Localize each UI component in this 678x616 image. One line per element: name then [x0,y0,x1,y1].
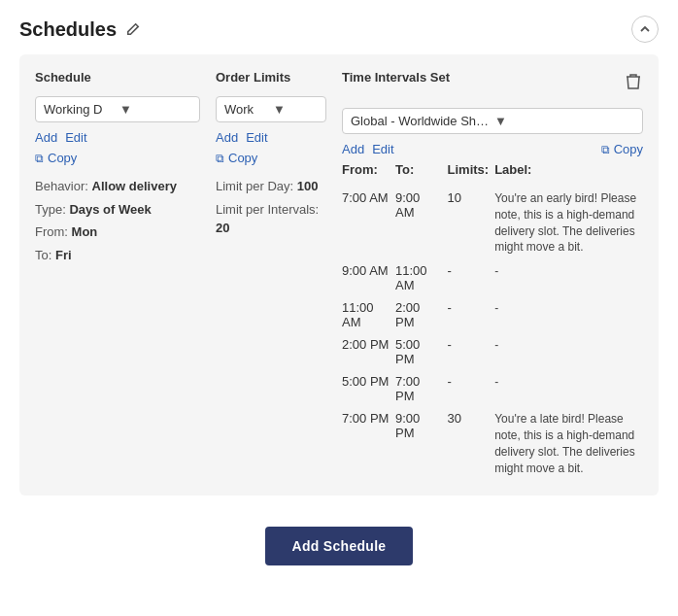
time-intervals-table: From: To: Limits: Label: 7:00 AM9:00 AM1… [342,160,643,480]
schedule-copy-label: Copy [48,151,77,165]
table-row: 7:00 PM9:00 PM30You're a late bird! Plea… [342,407,643,480]
collapse-button[interactable] [631,16,659,43]
schedule-to-value: Fri [55,248,72,262]
schedule-dropdown-arrow-icon: ▼ [119,102,191,117]
cell-limits: - [448,259,495,296]
schedule-copy-button[interactable]: ⧉ Copy [35,151,77,165]
schedule-from-label: From: [35,224,72,239]
order-limits-column: Order Limits Work ▼ Add Edit ⧉ Copy Limi… [200,70,326,480]
limit-per-day-value: 100 [297,179,319,193]
schedule-dropdown-value: Working D [44,102,116,117]
cell-from: 7:00 AM [342,185,395,259]
cell-to: 7:00 PM [395,370,448,407]
schedule-dropdown[interactable]: Working D ▼ [35,96,200,122]
col-header-to: To: [395,160,448,185]
time-intervals-dropdown-value: Global - Worldwide Shipping [351,114,491,128]
limit-per-intervals-value: 20 [216,221,229,235]
col-header-label: Label: [494,160,643,185]
schedule-actions: Add Edit [35,130,200,145]
order-limits-dropdown[interactable]: Work ▼ [216,96,326,122]
cell-to: 9:00 PM [395,407,448,480]
cell-to: 2:00 PM [395,296,448,333]
schedule-type-value: Days of Week [69,202,151,217]
table-row: 11:00 AM2:00 PM-- [342,296,643,333]
cell-label: - [494,296,643,333]
time-intervals-dropdown[interactable]: Global - Worldwide Shipping ▼ [342,108,643,134]
schedule-add-link[interactable]: Add [35,130,57,145]
limit-per-day-label: Limit per Day: [216,179,297,193]
col-header-from: From: [342,160,395,185]
time-copy-icon: ⧉ [601,143,610,156]
cell-to: 9:00 AM [395,185,448,259]
time-intervals-column: Time Intervals Set Global - Worldwide Sh… [326,70,643,480]
schedule-info: Behavior: Allow delivery Type: Days of W… [35,177,200,264]
schedule-type-label: Type: [35,202,69,217]
table-row: 9:00 AM11:00 AM-- [342,259,643,296]
table-row: 5:00 PM7:00 PM-- [342,370,643,407]
cell-label: - [494,333,643,370]
schedule-column: Schedule Working D ▼ Add Edit ⧉ Copy Beh… [35,70,200,480]
order-limits-copy-button[interactable]: ⧉ Copy [216,151,257,165]
order-limits-info: Limit per Day: 100 Limit per Intervals: … [216,177,326,238]
cell-from: 9:00 AM [342,259,395,296]
cell-label: You're an early bird! Please note, this … [494,185,643,259]
copy-icon: ⧉ [35,152,44,165]
schedule-edit-link[interactable]: Edit [65,130,86,145]
cell-limits: - [448,370,495,407]
schedule-to-label: To: [35,248,55,262]
cell-from: 2:00 PM [342,333,395,370]
cell-limits: - [448,296,495,333]
col-header-limits: Limits: [448,160,495,185]
cell-limits: 30 [448,407,495,480]
cell-label: - [494,259,643,296]
cell-label: You're a late bird! Please note, this is… [494,407,643,480]
time-intervals-add-link[interactable]: Add [342,142,364,156]
order-limits-header: Order Limits [216,70,326,85]
schedule-column-header: Schedule [35,70,200,85]
edit-title-button[interactable] [124,20,142,38]
cell-from: 5:00 PM [342,370,395,407]
cell-limits: - [448,333,495,370]
table-row: 7:00 AM9:00 AM10You're an early bird! Pl… [342,185,643,259]
time-intervals-copy-label: Copy [614,142,643,156]
order-limits-dropdown-value: Work [224,102,269,117]
time-intervals-dropdown-arrow-icon: ▼ [494,114,634,128]
time-intervals-header: Time Intervals Set [342,70,450,85]
cell-limits: 10 [448,185,495,259]
order-limits-copy-label: Copy [228,151,257,165]
time-intervals-actions: Add Edit [342,142,394,156]
page-title: Schedules [19,18,117,41]
cell-label: - [494,370,643,407]
schedule-from-value: Mon [72,224,98,239]
order-limits-add-link[interactable]: Add [216,130,238,145]
cell-from: 11:00 AM [342,296,395,333]
cell-to: 11:00 AM [395,259,448,296]
order-copy-icon: ⧉ [216,152,224,165]
cell-from: 7:00 PM [342,407,395,480]
schedule-card: Schedule Working D ▼ Add Edit ⧉ Copy Beh… [19,54,659,496]
order-limits-actions: Add Edit [216,130,326,145]
schedule-behavior-value: Allow delivery [92,179,177,193]
order-limits-edit-link[interactable]: Edit [246,130,267,145]
time-intervals-edit-link[interactable]: Edit [372,142,393,156]
time-intervals-copy-button[interactable]: ⧉ Copy [601,142,643,156]
order-limits-dropdown-arrow-icon: ▼ [273,102,318,117]
limit-per-intervals-label: Limit per Intervals: [216,202,319,217]
add-schedule-button[interactable]: Add Schedule [265,527,414,565]
delete-button[interactable] [624,71,643,95]
schedule-behavior-label: Behavior: [35,179,92,193]
table-row: 2:00 PM5:00 PM-- [342,333,643,370]
cell-to: 5:00 PM [395,333,448,370]
